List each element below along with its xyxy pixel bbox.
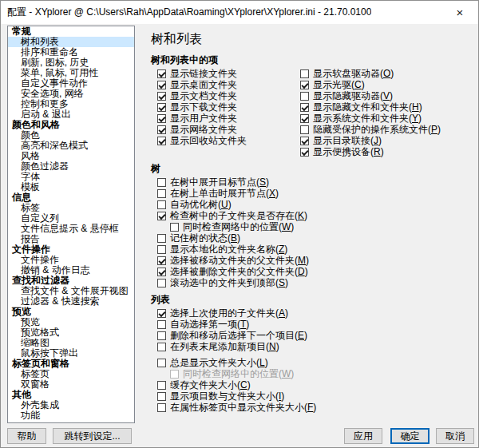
checkbox-unchecked[interactable]: [157, 359, 166, 367]
apply-button[interactable]: 应用: [344, 428, 382, 444]
checkbox-unchecked[interactable]: [157, 331, 166, 340]
cancel-button[interactable]: 取消: [436, 428, 474, 444]
checkbox-unchecked[interactable]: [157, 403, 166, 412]
section-tree-list-items: 树和列表中的项 显示链接文件夹显示桌面文件夹显示文档文件夹显示下载文件夹显示用户…: [151, 54, 473, 157]
checkbox-checked[interactable]: [300, 148, 309, 157]
checkbox-checked[interactable]: [157, 81, 166, 89]
checkbox-label: 在列表末尾添加新项目(N): [170, 340, 279, 354]
checkbox-checked[interactable]: [157, 114, 166, 123]
checkbox-unchecked[interactable]: [157, 343, 166, 351]
checkbox-checked[interactable]: [157, 268, 166, 276]
checkbox-checked[interactable]: [300, 137, 309, 145]
config-dialog: 配置 - XYplorer @ C:\Users\Rah\AppData\Roa…: [0, 0, 479, 448]
sidebar-item[interactable]: 功能: [8, 410, 134, 421]
checkbox-label: 在属性标签页中显示文件夹大小(F): [170, 401, 316, 414]
checkbox-unchecked[interactable]: [300, 69, 309, 78]
checkbox-row[interactable]: 滚动选中的文件夹到顶部(S): [157, 277, 473, 288]
title-bar: 配置 - XYplorer @ C:\Users\Rah\AppData\Roa…: [1, 1, 478, 24]
sidebar-list: 常规树和列表排序和重命名刷新, 图标, 历史菜单, 鼠标, 可用性自定义事件动作…: [7, 26, 135, 423]
checkbox-checked[interactable]: [157, 309, 166, 318]
checkbox-row[interactable]: 在属性标签页中显示文件夹大小(F): [157, 402, 473, 413]
checkbox-unchecked[interactable]: [157, 234, 166, 243]
settings-panel: 树和列表 树和列表中的项 显示链接文件夹显示桌面文件夹显示文档文件夹显示下载文件…: [151, 31, 473, 413]
checkbox-unchecked[interactable]: [157, 320, 166, 329]
checkbox-checked[interactable]: [157, 137, 166, 145]
checkbox-unchecked[interactable]: [157, 381, 166, 390]
ok-button[interactable]: 确定: [390, 428, 430, 444]
checkbox-unchecked[interactable]: [157, 245, 166, 254]
section-header: 树和列表中的项: [151, 54, 473, 65]
checkbox-checked[interactable]: [157, 256, 166, 265]
checkbox-unchecked[interactable]: [170, 370, 179, 379]
checkbox-unchecked[interactable]: [157, 279, 166, 287]
checkbox-checked[interactable]: [157, 212, 166, 220]
checkbox-row[interactable]: 显示便携设备(R): [300, 146, 441, 157]
section-tree: 树 在树中展开目标节点(S)在树上单击时展开节点(X)自动优化树(U)检查树中的…: [151, 162, 473, 288]
checkbox-unchecked[interactable]: [300, 92, 309, 101]
checkbox-label: 显示回收站文件夹: [170, 134, 247, 148]
checkbox-checked[interactable]: [300, 81, 309, 89]
checkbox-row[interactable]: 显示回收站文件夹: [157, 135, 300, 146]
checkbox-checked[interactable]: [300, 103, 309, 112]
checkbox-checked[interactable]: [157, 103, 166, 112]
checkbox-row[interactable]: 在列表末尾添加新项目(N): [157, 341, 473, 352]
checkbox-unchecked[interactable]: [157, 200, 166, 209]
page-title: 树和列表: [151, 31, 473, 47]
window-title: 配置 - XYplorer @ C:\Users\Rah\AppData\Roa…: [7, 6, 371, 19]
checkbox-label: 显示便携设备(R): [313, 145, 384, 159]
help-button[interactable]: 帮助: [7, 428, 46, 444]
checkbox-unchecked[interactable]: [170, 223, 179, 232]
checkbox-checked[interactable]: [157, 125, 166, 134]
checkbox-unchecked[interactable]: [157, 178, 166, 187]
section-list: 列表 选择上次使用的子文件夹(A)自动选择第一项(T)删除和移动后选择下一个项目…: [151, 293, 473, 413]
section-header: 树: [151, 162, 473, 173]
close-icon[interactable]: ×: [441, 1, 478, 24]
checkbox-label: 滚动选中的文件夹到顶部(S): [170, 276, 288, 290]
section-header: 列表: [151, 293, 473, 304]
checkbox-unchecked[interactable]: [300, 125, 309, 134]
checkbox-unchecked[interactable]: [157, 189, 166, 198]
checkbox-checked[interactable]: [300, 114, 309, 123]
checkbox-checked[interactable]: [157, 69, 166, 78]
checkbox-checked[interactable]: [157, 92, 166, 101]
checkbox-unchecked[interactable]: [157, 392, 166, 401]
jump-to-setting-button[interactable]: 跳转到设定...: [53, 428, 132, 444]
